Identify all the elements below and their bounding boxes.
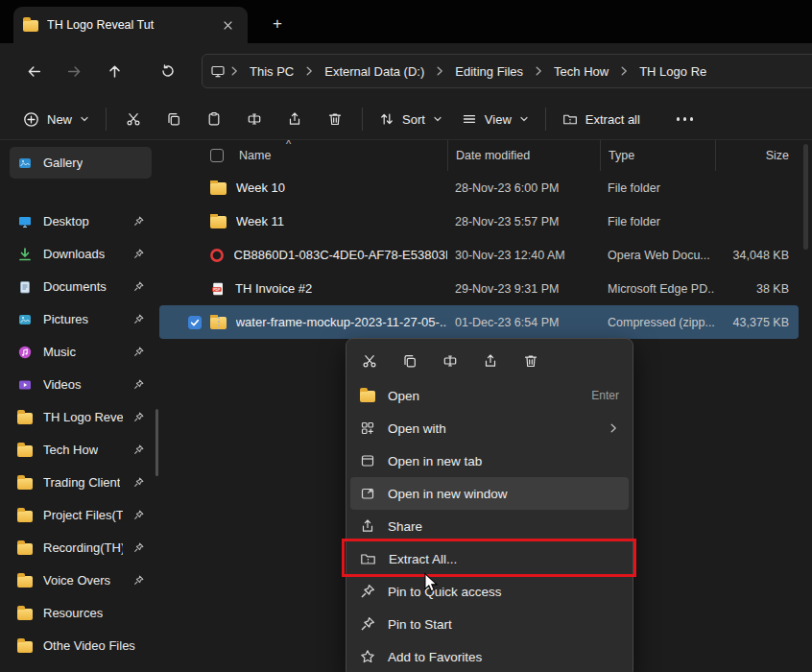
pin-icon bbox=[133, 412, 144, 422]
view-button[interactable]: View bbox=[452, 103, 538, 135]
folder-icon bbox=[17, 413, 33, 424]
cut-button[interactable] bbox=[113, 103, 154, 135]
music-icon bbox=[17, 345, 33, 360]
row-checkbox-checked[interactable] bbox=[188, 316, 202, 329]
context-menu: Open Enter Open with Open in new tab Ope… bbox=[346, 338, 633, 672]
sidebar-item-resources[interactable]: Resources bbox=[10, 597, 152, 629]
share-icon bbox=[287, 111, 302, 127]
file-date: 01-Dec-23 6:54 PM bbox=[447, 316, 600, 329]
pin-icon bbox=[133, 216, 144, 227]
menu-item-share[interactable]: Share bbox=[350, 510, 629, 542]
sidebar-item-desktop[interactable]: Desktop bbox=[10, 205, 152, 237]
tab-title: TH Logo Reveal Tut bbox=[47, 18, 208, 32]
column-header-size[interactable]: Size bbox=[715, 140, 799, 171]
chevron-right-icon bbox=[433, 65, 446, 77]
new-tab-button[interactable]: + bbox=[265, 12, 290, 36]
column-header-type[interactable]: Type bbox=[600, 140, 715, 171]
extract-all-button[interactable]: Extract all bbox=[553, 103, 650, 135]
rename-icon[interactable] bbox=[442, 353, 458, 369]
file-explorer-window: TH Logo Reveal Tut + This PC External Da… bbox=[0, 0, 812, 672]
close-tab-icon[interactable] bbox=[217, 14, 238, 36]
copy-button[interactable] bbox=[154, 103, 194, 135]
back-button[interactable] bbox=[13, 54, 54, 88]
view-button-label: View bbox=[485, 112, 512, 127]
file-row-selected[interactable]: water-frame-mockup-2023-11-27-05-... 01-… bbox=[159, 305, 799, 339]
copy-icon[interactable] bbox=[402, 353, 418, 369]
delete-button[interactable] bbox=[315, 103, 355, 135]
sidebar-item-videos[interactable]: Videos bbox=[10, 369, 152, 400]
menu-item-open-in-new-tab[interactable]: Open in new tab bbox=[350, 444, 629, 477]
sidebar-item-project-files[interactable]: Project Files(TH bbox=[10, 499, 152, 531]
window-scrollbar[interactable] bbox=[803, 144, 808, 250]
menu-item-add-to-favorites[interactable]: Add to Favorites bbox=[350, 640, 629, 672]
trash-icon[interactable] bbox=[523, 353, 538, 369]
refresh-button[interactable] bbox=[148, 54, 188, 88]
pictures-icon bbox=[17, 312, 33, 327]
chevron-down-icon bbox=[519, 114, 529, 124]
menu-item-label: Share bbox=[388, 519, 422, 534]
breadcrumb-item[interactable]: Tech How bbox=[547, 60, 615, 83]
sidebar-item-label: Othe Video Files bbox=[43, 638, 135, 653]
breadcrumb-item[interactable]: Editing Files bbox=[448, 60, 530, 83]
address-bar[interactable]: This PC External Data (D:) Editing Files… bbox=[202, 54, 812, 88]
paste-button[interactable] bbox=[194, 103, 234, 135]
sidebar-item-downloads[interactable]: Downloads bbox=[10, 238, 152, 270]
column-header-date-modified[interactable]: Date modified bbox=[447, 140, 600, 171]
scissors-icon[interactable] bbox=[362, 353, 377, 369]
file-row[interactable]: PDF TH Invoice #2 29-Nov-23 9:31 PM Micr… bbox=[159, 272, 799, 305]
menu-item-open-in-new-window[interactable]: Open in new window bbox=[350, 477, 629, 510]
sidebar-item-trading-client[interactable]: Trading Client bbox=[10, 467, 152, 498]
sort-button[interactable]: Sort bbox=[370, 103, 452, 135]
scissors-icon bbox=[126, 111, 141, 127]
chevron-down-icon bbox=[80, 114, 89, 124]
sidebar-item-pictures[interactable]: Pictures bbox=[10, 303, 152, 335]
file-row[interactable]: Week 10 28-Nov-23 6:00 PM File folder bbox=[159, 171, 799, 204]
breadcrumb-item[interactable]: This PC bbox=[243, 60, 300, 83]
breadcrumb-item[interactable]: External Data (D:) bbox=[318, 60, 431, 83]
explorer-tab[interactable]: TH Logo Reveal Tut bbox=[13, 7, 248, 43]
file-name: Week 10 bbox=[236, 180, 285, 195]
file-size: 43,375 KB bbox=[715, 316, 799, 329]
sidebar-item-recording[interactable]: Recording(TH) bbox=[10, 532, 152, 564]
rename-button[interactable] bbox=[234, 103, 275, 135]
file-name: water-frame-mockup-2023-11-27-05-... bbox=[236, 315, 447, 329]
folder-icon bbox=[17, 641, 33, 653]
toolbar-separator bbox=[545, 108, 546, 131]
desktop-icon bbox=[17, 214, 33, 229]
sidebar-item-documents[interactable]: Documents bbox=[10, 271, 152, 302]
menu-item-open-with[interactable]: Open with bbox=[350, 412, 629, 444]
sidebar-item-other-video-files[interactable]: Othe Video Files bbox=[10, 630, 152, 661]
menu-item-extract-all[interactable]: Extract All... bbox=[350, 542, 629, 575]
menu-item-label: Open in new tab bbox=[388, 454, 482, 468]
zip-folder-icon bbox=[210, 317, 227, 329]
sidebar-gap bbox=[0, 180, 159, 204]
share-button[interactable] bbox=[275, 103, 315, 135]
sidebar-item-label: Trading Client bbox=[43, 475, 120, 490]
select-all-checkbox[interactable] bbox=[210, 149, 224, 162]
share-icon[interactable] bbox=[483, 353, 498, 369]
column-header-name[interactable]: Name bbox=[159, 140, 447, 171]
sidebar-item-label: Videos bbox=[43, 377, 82, 392]
sidebar-item-th-logo-reveal[interactable]: TH Logo Revea bbox=[10, 401, 152, 433]
breadcrumb-item[interactable]: TH Logo Re bbox=[633, 60, 713, 83]
up-button[interactable] bbox=[94, 54, 134, 88]
file-type: Microsoft Edge PD... bbox=[600, 282, 715, 296]
menu-item-pin-to-start[interactable]: Pin to Start bbox=[350, 608, 629, 640]
new-button[interactable]: New bbox=[13, 103, 99, 135]
sidebar-item-voice-overs[interactable]: Voice Overs bbox=[10, 564, 152, 596]
more-options-button[interactable] bbox=[665, 117, 705, 121]
sidebar-item-label: Resources bbox=[43, 606, 103, 620]
file-row[interactable]: CB8860D1-083C-4DE0-AF78-E53803F... 30-No… bbox=[159, 238, 799, 272]
sidebar-item-music[interactable]: Music bbox=[10, 336, 152, 368]
sidebar-scrollbar[interactable] bbox=[155, 409, 158, 476]
folder-icon bbox=[360, 391, 375, 402]
sidebar-item-tech-how[interactable]: Tech How bbox=[10, 434, 152, 466]
sidebar-item-gallery[interactable]: Gallery bbox=[10, 147, 152, 179]
chevron-right-icon bbox=[302, 65, 316, 77]
menu-item-pin-to-quick-access[interactable]: Pin to Quick access bbox=[350, 575, 629, 608]
pin-icon bbox=[133, 347, 144, 357]
forward-button[interactable] bbox=[54, 54, 94, 88]
file-row[interactable]: Week 11 28-Nov-23 5:57 PM File folder bbox=[159, 204, 799, 238]
menu-item-open[interactable]: Open Enter bbox=[350, 379, 629, 412]
sidebar-item-label: Gallery bbox=[43, 156, 83, 170]
